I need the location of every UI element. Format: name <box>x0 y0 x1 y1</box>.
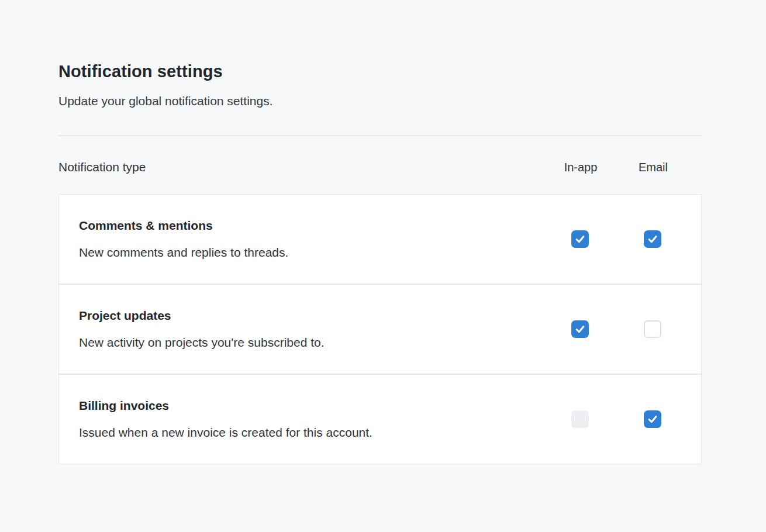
notification-settings-table: Comments & mentions New comments and rep… <box>58 194 702 464</box>
table-row-billing-invoices: Billing invoices Issued when a new invoi… <box>59 374 701 464</box>
table-row-comments-mentions: Comments & mentions New comments and rep… <box>59 195 701 284</box>
column-header-notification-type: Notification type <box>58 158 544 176</box>
section-divider <box>58 135 702 136</box>
row-text: Billing invoices Issued when a new invoi… <box>79 397 544 441</box>
in-app-checkbox <box>571 410 589 428</box>
page-subtitle: Update your global notification settings… <box>58 92 702 110</box>
row-title: Billing invoices <box>79 397 544 414</box>
email-cell <box>616 320 689 338</box>
row-description: Issued when a new invoice is created for… <box>79 424 544 441</box>
email-cell <box>616 230 689 248</box>
row-text: Project updates New activity on projects… <box>79 307 544 351</box>
email-checkbox[interactable] <box>644 230 661 248</box>
email-checkbox[interactable] <box>644 410 661 428</box>
in-app-cell <box>544 410 616 428</box>
in-app-checkbox[interactable] <box>571 230 589 248</box>
row-title: Project updates <box>79 307 544 324</box>
row-description: New comments and replies to threads. <box>79 244 544 261</box>
in-app-checkbox[interactable] <box>571 320 589 338</box>
email-cell <box>616 410 689 428</box>
check-icon <box>647 233 658 245</box>
check-icon <box>574 233 586 245</box>
in-app-cell <box>544 230 616 248</box>
row-text: Comments & mentions New comments and rep… <box>79 217 544 261</box>
notification-settings-page: Notification settings Update your global… <box>0 0 766 464</box>
column-header-in-app: In-app <box>544 158 617 176</box>
in-app-cell <box>544 320 616 338</box>
email-column-label: Email <box>639 158 668 176</box>
check-icon <box>574 323 586 335</box>
column-header-email: Email <box>617 158 689 176</box>
check-icon <box>647 413 658 425</box>
table-column-headers: Notification type In-app Email <box>58 158 702 176</box>
email-checkbox[interactable] <box>644 320 661 338</box>
row-title: Comments & mentions <box>79 217 544 234</box>
in-app-column-label: In-app <box>564 158 598 176</box>
row-description: New activity on projects you're subscrib… <box>79 334 544 351</box>
page-title: Notification settings <box>58 61 702 82</box>
table-row-project-updates: Project updates New activity on projects… <box>59 284 701 374</box>
